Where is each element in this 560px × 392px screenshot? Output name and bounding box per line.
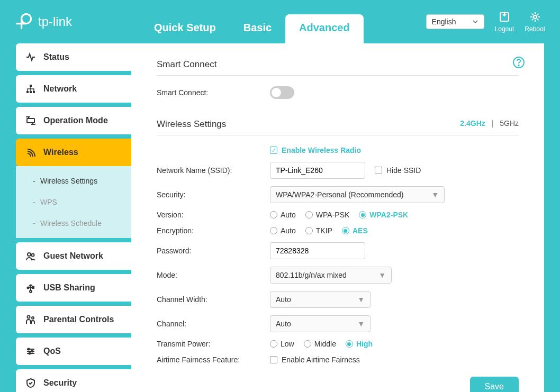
- airtime-check-label: Enable Airtime Fairness: [282, 355, 360, 364]
- svg-rect-5: [30, 91, 32, 93]
- svg-rect-3: [30, 85, 32, 87]
- svg-point-13: [28, 316, 30, 318]
- svg-point-14: [32, 317, 34, 319]
- mode-value: 802.11b/g/n/ax mixed: [276, 271, 347, 279]
- caret-down-icon: ▼: [357, 320, 365, 328]
- channel-width-value: Auto: [276, 295, 291, 304]
- band-24ghz-tab[interactable]: 2.4GHz: [460, 119, 485, 127]
- svg-rect-6: [33, 91, 35, 93]
- sidebar-label: Status: [43, 52, 69, 62]
- sidebar-item-status[interactable]: Status: [16, 43, 131, 71]
- svg-point-8: [28, 253, 31, 256]
- svg-point-16: [32, 351, 33, 352]
- sidebar-item-wireless[interactable]: Wireless: [16, 139, 131, 166]
- svg-point-15: [28, 349, 30, 350]
- caret-down-icon: ▼: [431, 190, 439, 199]
- reboot-button[interactable]: Reboot: [525, 11, 545, 33]
- sidebar-sub-wireless-settings[interactable]: Wireless Settings: [16, 170, 131, 192]
- svg-rect-4: [26, 91, 29, 93]
- guest-network-icon: [25, 251, 36, 261]
- brand-logo: tp-link: [15, 12, 72, 31]
- mode-select[interactable]: 802.11b/g/n/ax mixed ▼: [270, 267, 392, 284]
- radio-icon: [342, 227, 349, 234]
- tab-quick-setup[interactable]: Quick Setup: [140, 14, 230, 43]
- transmit-power-label: Transmit Power:: [157, 340, 270, 348]
- airtime-label: Airtime Fairness Feature:: [157, 355, 270, 364]
- caret-down-icon: ▼: [378, 271, 386, 279]
- radio-icon: [359, 211, 366, 218]
- sidebar-sub-wireless-schedule[interactable]: Wireless Schedule: [16, 213, 131, 234]
- transmit-middle-radio[interactable]: Middle: [304, 340, 336, 348]
- logout-label: Logout: [495, 25, 514, 33]
- svg-point-2: [534, 15, 537, 19]
- checkbox-icon: [375, 167, 382, 174]
- radio-label: High: [356, 340, 373, 348]
- ssid-input[interactable]: [270, 162, 365, 179]
- help-button[interactable]: [512, 56, 525, 71]
- help-icon: [512, 56, 525, 69]
- airtime-fairness-checkbox[interactable]: Enable Airtime Fairness: [270, 355, 360, 364]
- sidebar-label: Security: [43, 378, 77, 388]
- band-5ghz-tab[interactable]: 5GHz: [500, 119, 519, 127]
- version-wpa-radio[interactable]: WPA-PSK: [305, 211, 350, 219]
- radio-icon: [270, 211, 277, 218]
- radio-icon: [346, 340, 353, 348]
- encryption-tkip-radio[interactable]: TKIP: [305, 226, 332, 235]
- radio-label: WPA-PSK: [316, 211, 350, 219]
- language-value: English: [432, 17, 456, 26]
- network-icon: [25, 84, 36, 94]
- encryption-auto-radio[interactable]: Auto: [270, 226, 296, 235]
- channel-width-select[interactable]: Auto ▼: [270, 291, 371, 308]
- status-icon: [25, 52, 36, 62]
- wireless-settings-title: Wireless Settings 2.4GHz | 5GHz: [157, 119, 519, 135]
- svg-point-0: [22, 14, 31, 24]
- reboot-icon: [529, 11, 541, 23]
- logout-button[interactable]: Logout: [495, 11, 514, 33]
- transmit-low-radio[interactable]: Low: [270, 340, 294, 348]
- channel-select[interactable]: Auto ▼: [270, 315, 371, 332]
- password-label: Password:: [157, 247, 270, 255]
- smart-connect-toggle[interactable]: [270, 86, 294, 99]
- encryption-aes-radio[interactable]: AES: [342, 226, 368, 235]
- sidebar-item-operation-mode[interactable]: Operation Mode: [16, 107, 131, 134]
- sidebar-label: Wireless: [43, 148, 78, 157]
- sidebar-label: Network: [43, 84, 77, 94]
- radio-icon: [270, 227, 277, 234]
- transmit-high-radio[interactable]: High: [346, 340, 373, 348]
- tab-basic[interactable]: Basic: [230, 14, 285, 43]
- chevron-down-icon: [472, 19, 478, 25]
- reboot-label: Reboot: [525, 25, 545, 33]
- version-auto-radio[interactable]: Auto: [270, 211, 296, 219]
- save-button[interactable]: Save: [470, 377, 519, 392]
- radio-icon: [305, 211, 313, 218]
- sidebar-item-qos[interactable]: QoS: [16, 338, 131, 365]
- sidebar-label: USB Sharing: [43, 283, 95, 293]
- mode-label: Mode:: [157, 271, 270, 279]
- version-wpa2-radio[interactable]: WPA2-PSK: [359, 211, 408, 219]
- hide-ssid-label: Hide SSID: [386, 166, 421, 175]
- enable-wireless-radio-checkbox[interactable]: Enable Wireless Radio: [270, 146, 361, 154]
- tab-advanced[interactable]: Advanced: [285, 14, 364, 43]
- radio-icon: [304, 340, 311, 348]
- password-input[interactable]: [270, 242, 365, 259]
- svg-point-10: [30, 290, 32, 293]
- radio-label: Auto: [281, 211, 296, 219]
- svg-point-17: [29, 353, 31, 354]
- sidebar-item-guest-network[interactable]: Guest Network: [16, 242, 131, 270]
- sidebar-item-usb-sharing[interactable]: USB Sharing: [16, 274, 131, 302]
- hide-ssid-checkbox[interactable]: Hide SSID: [375, 166, 421, 175]
- language-select[interactable]: English: [426, 14, 484, 29]
- sidebar-item-parental-controls[interactable]: Parental Controls: [16, 306, 131, 333]
- sidebar-item-security[interactable]: Security: [16, 369, 131, 392]
- sidebar-sub-wps[interactable]: WPS: [16, 192, 131, 213]
- radio-icon: [305, 227, 313, 234]
- sidebar-item-network[interactable]: Network: [16, 75, 131, 103]
- operation-mode-icon: [25, 115, 36, 126]
- shield-icon: [25, 378, 36, 388]
- svg-point-19: [518, 65, 519, 66]
- radio-label: Middle: [314, 340, 336, 348]
- security-select[interactable]: WPA/WPA2-Personal (Recommended) ▼: [270, 186, 445, 203]
- checkbox-icon: [270, 147, 277, 154]
- enable-wireless-label: Enable Wireless Radio: [282, 146, 361, 154]
- channel-label: Channel:: [157, 320, 270, 328]
